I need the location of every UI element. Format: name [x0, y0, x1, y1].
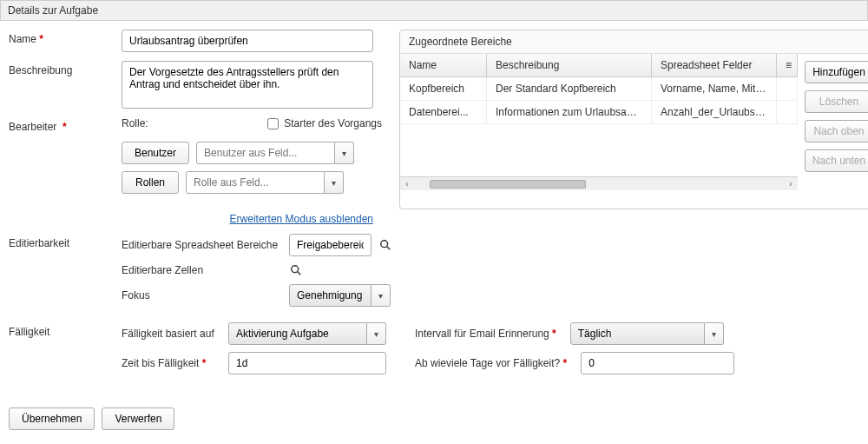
role-combo-trigger[interactable]: ▾: [325, 171, 344, 194]
search-icon[interactable]: [378, 238, 392, 252]
table-row[interactable]: Kopfbereich Der Standard Kopfbereich Vor…: [400, 77, 798, 101]
scroll-left-arrow[interactable]: ‹: [400, 177, 414, 191]
scroll-thumb[interactable]: [430, 180, 586, 189]
svg-line-3: [298, 272, 301, 275]
move-down-button[interactable]: Nach unten: [805, 149, 868, 172]
grid-col-name[interactable]: Name: [400, 54, 487, 76]
chevron-down-icon: ▾: [332, 178, 336, 188]
reminder-combo-trigger[interactable]: ▾: [705, 322, 724, 345]
grid-col-menu[interactable]: ≡: [777, 54, 798, 76]
role-sublabel: Rolle:: [122, 117, 148, 129]
reminder-interval-label: Intervall für Email Erinnerung *: [415, 328, 556, 340]
due-label: Fälligkeit: [9, 322, 122, 338]
due-basis-combo[interactable]: [228, 322, 367, 345]
time-until-due-input[interactable]: [228, 352, 386, 374]
due-basis-combo-trigger[interactable]: ▾: [367, 322, 386, 345]
table-row[interactable]: Datenberei... Informationen zum Urlaubsa…: [400, 101, 798, 124]
assigned-areas-panel: Zugeordnete Bereiche Name Beschreibung S…: [399, 30, 868, 209]
toggle-advanced-link[interactable]: Erweiterten Modus ausblenden: [230, 213, 373, 225]
description-textarea[interactable]: Der Vorgesetzte des Antragsstellers prüf…: [122, 61, 373, 109]
chevron-down-icon: ▾: [374, 329, 378, 339]
apply-button[interactable]: Übernehmen: [9, 408, 95, 430]
user-button[interactable]: Benutzer: [122, 142, 189, 164]
due-basis-sublabel: Fälligkeit basiert auf: [122, 328, 221, 340]
svg-point-2: [292, 266, 299, 273]
chevron-down-icon: ▾: [342, 149, 346, 158]
days-before-due-label: Ab wieviele Tage vor Fälligkeit? *: [415, 357, 567, 369]
scroll-right-arrow[interactable]: ›: [784, 177, 798, 191]
user-combo-trigger[interactable]: ▾: [335, 142, 354, 164]
name-label: Name *: [9, 30, 122, 45]
panel-header: Details zur Aufgabe: [0, 0, 868, 21]
assignee-label: Bearbeiter *: [9, 117, 122, 133]
assigned-areas-grid: Name Beschreibung Spreadsheet Felder ≡ K…: [400, 54, 798, 190]
name-input[interactable]: [122, 30, 373, 52]
delete-button[interactable]: Löschen: [805, 90, 868, 113]
focus-combo-trigger[interactable]: ▾: [372, 284, 391, 307]
svg-line-1: [387, 247, 391, 250]
add-button[interactable]: Hinzufügen: [805, 61, 868, 83]
days-before-due-input[interactable]: [581, 352, 734, 374]
move-up-button[interactable]: Nach oben: [805, 120, 868, 142]
role-from-field-combo[interactable]: [186, 171, 325, 194]
panel-title: Details zur Aufgabe: [8, 4, 98, 17]
focus-combo[interactable]: [289, 284, 372, 307]
discard-button[interactable]: Verwerfen: [102, 408, 174, 430]
user-from-field-combo[interactable]: [196, 142, 335, 164]
search-icon[interactable]: [289, 263, 303, 277]
assigned-areas-title: Zugeordnete Bereiche: [400, 30, 868, 54]
svg-point-0: [381, 241, 388, 248]
starter-checkbox[interactable]: [267, 118, 279, 129]
editability-label: Editierbarkeit: [9, 234, 122, 249]
grid-col-desc[interactable]: Beschreibung: [487, 54, 652, 76]
editable-areas-sublabel: Editierbare Spreadsheet Bereiche: [122, 239, 282, 251]
chevron-down-icon: ▾: [712, 329, 716, 339]
starter-checkbox-wrap[interactable]: Starter des Vorgangs: [267, 117, 382, 129]
focus-sublabel: Fokus: [122, 289, 282, 302]
roles-button[interactable]: Rollen: [122, 171, 179, 194]
editable-areas-input[interactable]: [289, 234, 372, 256]
time-until-due-label: Zeit bis Fälligkeit *: [122, 357, 221, 369]
grid-col-fields[interactable]: Spreadsheet Felder: [652, 54, 777, 76]
description-label: Beschreibung: [9, 61, 122, 76]
reminder-interval-combo[interactable]: [570, 322, 705, 345]
editable-cells-sublabel: Editierbare Zellen: [122, 264, 282, 276]
grid-hscrollbar[interactable]: ‹ ›: [400, 176, 798, 190]
chevron-down-icon: ▾: [378, 291, 383, 301]
